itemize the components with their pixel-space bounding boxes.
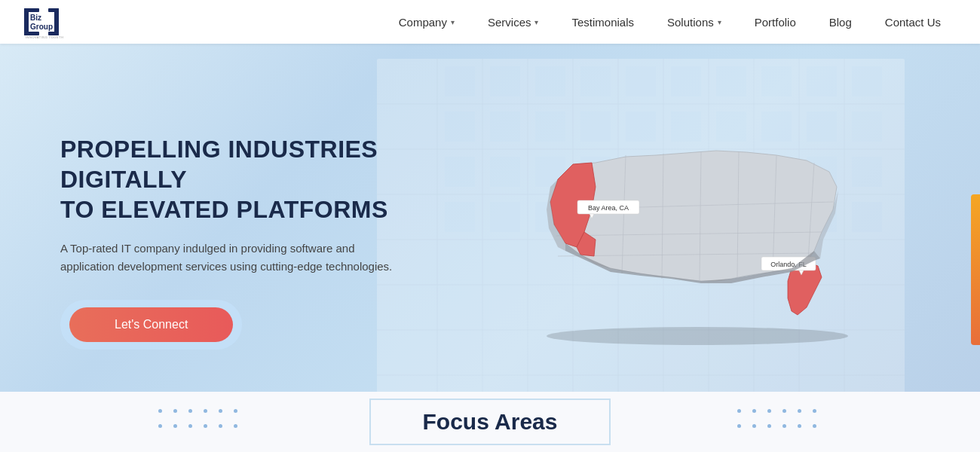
svg-rect-6 xyxy=(48,8,59,12)
hero-section: PROPELLING INDUSTRIES DIGITALLY TO ELEVA… xyxy=(0,44,980,435)
svg-rect-58 xyxy=(490,202,520,232)
svg-rect-32 xyxy=(671,66,701,96)
focus-title-border: Focus Areas xyxy=(369,399,611,445)
logo-mark: Biz Group INNOVATING TOGETHER xyxy=(23,5,63,38)
svg-rect-48 xyxy=(490,157,520,187)
svg-rect-31 xyxy=(626,66,656,96)
lets-connect-button[interactable]: Let's Connect xyxy=(69,307,233,342)
svg-rect-33 xyxy=(716,66,746,96)
hero-content: PROPELLING INDUSTRIES DIGITALLY TO ELEVA… xyxy=(60,134,460,350)
focus-section-inner: Focus Areas xyxy=(75,396,905,448)
cta-wrapper: Let's Connect xyxy=(60,300,242,350)
svg-text:Group: Group xyxy=(30,23,53,31)
svg-rect-28 xyxy=(490,66,520,96)
svg-text:Biz: Biz xyxy=(30,14,41,22)
svg-rect-0 xyxy=(24,8,29,35)
navbar: Biz Group INNOVATING TOGETHER Company ▾ … xyxy=(0,0,980,44)
svg-rect-35 xyxy=(807,66,837,96)
svg-rect-5 xyxy=(54,8,59,35)
svg-rect-29 xyxy=(535,66,565,96)
svg-rect-1 xyxy=(24,8,39,12)
nav-item-company[interactable]: Company ▾ xyxy=(382,16,471,29)
nav-item-portfolio[interactable]: Portfolio xyxy=(738,16,813,29)
left-dot-pattern xyxy=(158,409,243,433)
right-dot-pattern xyxy=(737,409,822,433)
hero-headline: PROPELLING INDUSTRIES DIGITALLY TO ELEVA… xyxy=(60,134,460,224)
svg-text:Bay Area, CA: Bay Area, CA xyxy=(588,204,629,212)
chevron-down-icon: ▾ xyxy=(451,18,455,26)
focus-areas-title: Focus Areas xyxy=(423,409,558,435)
svg-rect-36 xyxy=(852,66,882,96)
svg-rect-27 xyxy=(445,66,475,96)
svg-rect-34 xyxy=(761,66,792,96)
nav-item-solutions[interactable]: Solutions ▾ xyxy=(651,16,738,29)
nav-item-services[interactable]: Services ▾ xyxy=(471,16,556,29)
nav-item-blog[interactable]: Blog xyxy=(813,16,868,29)
svg-rect-30 xyxy=(580,66,611,96)
hero-subtext: A Top-rated IT company indulged in provi… xyxy=(60,240,407,276)
svg-rect-38 xyxy=(490,111,520,142)
chevron-down-icon: ▾ xyxy=(718,18,721,26)
svg-point-67 xyxy=(547,327,848,345)
chevron-down-icon: ▾ xyxy=(534,18,538,26)
focus-areas-section: Focus Areas xyxy=(0,392,980,452)
nav-item-contact[interactable]: Contact Us xyxy=(868,16,957,29)
svg-text:INNOVATING TOGETHER: INNOVATING TOGETHER xyxy=(26,35,63,38)
nav-links: Company ▾ Services ▾ Testimonials Soluti… xyxy=(382,16,957,29)
accent-bar xyxy=(971,194,980,345)
us-map: Bay Area, CA Orlando, FL xyxy=(535,134,859,345)
nav-item-testimonials[interactable]: Testimonials xyxy=(555,16,651,29)
logo[interactable]: Biz Group INNOVATING TOGETHER xyxy=(23,5,63,38)
